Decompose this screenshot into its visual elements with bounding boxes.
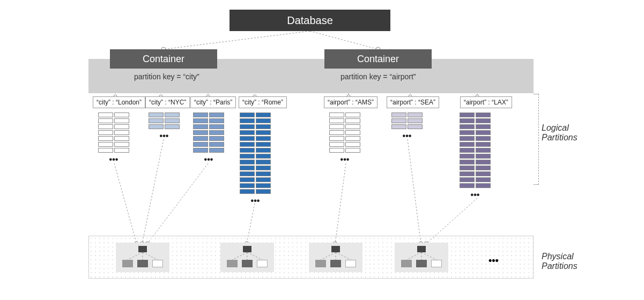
partition-key-left: partition key = “city”	[134, 72, 199, 81]
physical-partitions-zone: •••	[88, 236, 534, 279]
container-right: Container	[324, 49, 432, 69]
logical-partition-label: “city” : “London”	[93, 96, 145, 108]
container-left: Container	[110, 49, 217, 69]
logical-bracket	[534, 94, 539, 185]
data-stack: •••	[193, 112, 224, 164]
data-stack: •••	[391, 112, 423, 141]
data-stack: •••	[460, 112, 491, 200]
physical-partition	[395, 243, 448, 272]
logical-partition-label: “airport” : “SEA”	[387, 96, 439, 108]
partition-key-right: partition key = “airport”	[340, 72, 416, 81]
physical-partition	[116, 243, 169, 272]
data-stack: •••	[240, 112, 271, 206]
logical-partitions-label: LogicalPartitions	[542, 123, 578, 142]
physical-partitions-label: PhysicalPartitions	[542, 252, 578, 271]
data-stack: •••	[98, 112, 129, 164]
physical-partition	[220, 243, 274, 272]
database-node: Database	[230, 10, 390, 31]
logical-partition-label: “city” : “NYC”	[145, 96, 190, 108]
logical-partition-label: “airport” : “LAX”	[460, 96, 512, 108]
logical-partition-label: “airport” : “AMS”	[324, 96, 377, 108]
logical-partition-label: “city” : “Paris”	[190, 96, 236, 108]
data-stack: •••	[149, 112, 180, 141]
logical-partition-label: “city” : “Rome”	[239, 96, 287, 108]
data-stack: •••	[329, 112, 360, 164]
ellipsis: •••	[488, 255, 499, 266]
physical-partition	[309, 243, 362, 272]
